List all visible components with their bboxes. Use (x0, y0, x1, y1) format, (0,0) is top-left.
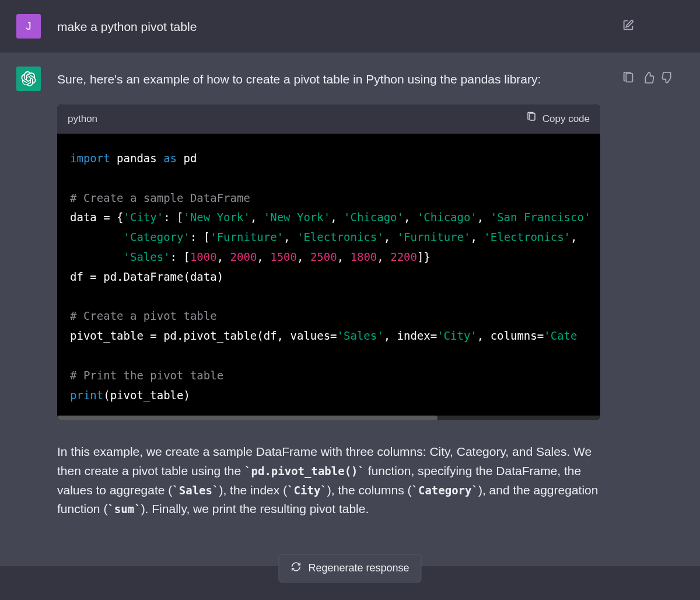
user-message-row: J make a python pivot table (0, 0, 700, 53)
assistant-explanation: In this example, we create a sample Data… (57, 442, 606, 518)
code-block: python Copy code import pandas as pd # C… (57, 104, 600, 421)
regenerate-button[interactable]: Regenerate response (278, 554, 421, 582)
thumbs-up-icon[interactable] (642, 71, 654, 84)
code-lang-label: python (68, 111, 97, 127)
assistant-avatar (16, 67, 41, 91)
edit-icon[interactable] (622, 19, 635, 32)
assistant-message-row: Sure, here's an example of how to create… (0, 53, 700, 566)
assistant-actions (622, 67, 674, 531)
user-avatar: J (16, 14, 41, 39)
horizontal-scrollbar[interactable] (57, 416, 600, 420)
clipboard-icon[interactable] (622, 71, 635, 84)
thumbs-down-icon[interactable] (662, 71, 674, 84)
svg-rect-0 (530, 113, 535, 120)
copy-code-label: Copy code (542, 111, 590, 127)
scrollbar-thumb[interactable] (57, 416, 438, 420)
regenerate-label: Regenerate response (308, 562, 409, 574)
code-content[interactable]: import pandas as pd # Create a sample Da… (57, 134, 600, 416)
user-actions (622, 14, 635, 39)
copy-code-button[interactable]: Copy code (526, 111, 590, 127)
svg-rect-1 (626, 74, 632, 82)
code-header: python Copy code (57, 104, 600, 134)
clipboard-icon (526, 111, 537, 127)
assistant-body: Sure, here's an example of how to create… (57, 67, 606, 531)
avatar-letter: J (26, 20, 32, 33)
assistant-intro: Sure, here's an example of how to create… (57, 70, 606, 89)
refresh-icon (290, 561, 301, 575)
user-prompt: make a python pivot table (57, 14, 606, 39)
